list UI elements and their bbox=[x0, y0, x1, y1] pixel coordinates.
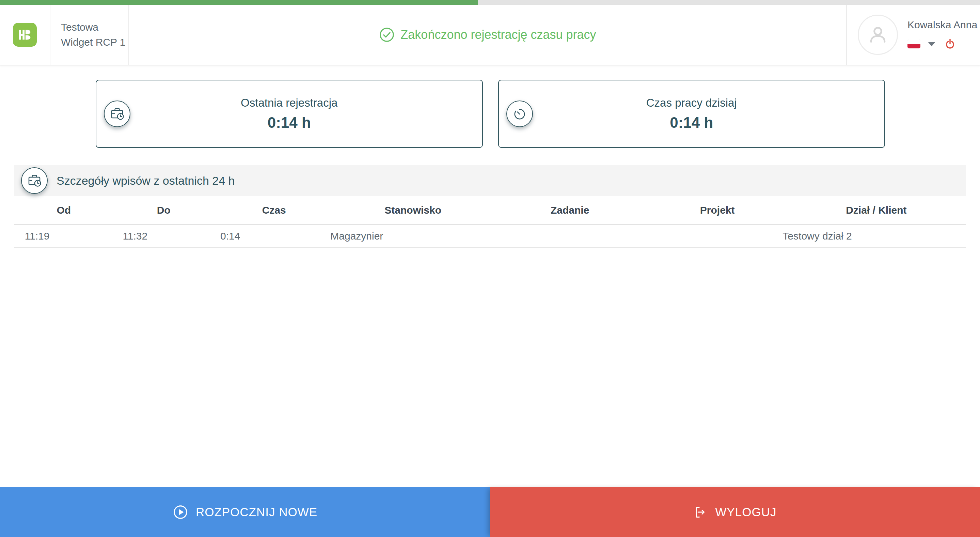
check-circle-icon bbox=[379, 27, 395, 43]
column-header-zadanie: Zadanie bbox=[492, 196, 648, 224]
start-new-button[interactable]: ROZPOCZNIJ NOWE bbox=[0, 487, 490, 537]
cell-projekt bbox=[560, 225, 727, 247]
device-name: Testowa Widget RCP 1 bbox=[50, 5, 129, 65]
action-bar: ROZPOCZNIJ NOWE WYLOGUJ bbox=[0, 487, 980, 537]
header: Testowa Widget RCP 1 Zakończono rejestra… bbox=[0, 5, 980, 65]
cell-spacer bbox=[908, 225, 966, 247]
status-message-text: Zakończono rejestrację czasu pracy bbox=[401, 28, 596, 42]
power-icon bbox=[943, 37, 956, 51]
hrappka-logo bbox=[13, 23, 37, 47]
start-new-label: ROZPOCZNIJ NOWE bbox=[196, 505, 317, 519]
entries-section-header: Szczegóły wpisów z ostatnich 24 h bbox=[14, 165, 966, 196]
cell-zadanie bbox=[463, 225, 560, 247]
user-actions bbox=[907, 37, 977, 51]
column-header-stanowisko: Stanowisko bbox=[334, 196, 492, 224]
progress-fill bbox=[0, 0, 478, 5]
hb-logo-icon bbox=[17, 27, 33, 43]
summary-cards: Ostatnia rejestracja 0:14 h Czas pracy d… bbox=[96, 80, 885, 148]
column-header-do: Do bbox=[113, 196, 214, 224]
session-progress-bar bbox=[0, 0, 980, 5]
entries-section-title: Szczegóły wpisów z ostatnich 24 h bbox=[57, 174, 235, 187]
card-title: Czas pracy dzisiaj bbox=[646, 96, 737, 109]
card-title: Ostatnia rejestracja bbox=[241, 96, 337, 109]
briefcase-clock-icon bbox=[104, 100, 130, 127]
language-selector[interactable] bbox=[907, 40, 935, 48]
cell-do: 11:32 bbox=[60, 225, 210, 247]
column-header-od: Od bbox=[14, 196, 113, 224]
table-row: 11:19 11:32 0:14 Magazynier Testowy dzia… bbox=[14, 225, 966, 248]
work-time-today-card: Czas pracy dzisiaj 0:14 h bbox=[498, 80, 885, 148]
cell-czas: 0:14 bbox=[210, 225, 250, 247]
device-name-line1: Testowa bbox=[61, 20, 128, 35]
avatar bbox=[858, 14, 898, 55]
logo-cell bbox=[0, 5, 50, 65]
card-value: 0:14 h bbox=[670, 114, 713, 131]
cell-stanowisko: Magazynier bbox=[250, 225, 463, 247]
person-icon bbox=[867, 24, 889, 46]
power-button[interactable] bbox=[943, 37, 956, 51]
device-name-line2: Widget RCP 1 bbox=[61, 35, 128, 50]
cell-dzial-klient: Testowy dział 2 bbox=[727, 225, 908, 247]
briefcase-clock-icon bbox=[21, 167, 48, 194]
last-registration-card: Ostatnia rejestracja 0:14 h bbox=[96, 80, 483, 148]
user-info: Kowalska Anna bbox=[907, 19, 977, 51]
entries-section: Szczegóły wpisów z ostatnich 24 h Od Do … bbox=[14, 165, 966, 248]
logout-button[interactable]: WYLOGUJ bbox=[490, 487, 980, 537]
column-header-projekt: Projekt bbox=[648, 196, 787, 224]
logout-label: WYLOGUJ bbox=[715, 505, 776, 519]
card-value: 0:14 h bbox=[268, 114, 311, 131]
column-header-dzial-klient: Dział / Klient bbox=[787, 196, 966, 224]
play-circle-icon bbox=[173, 504, 188, 520]
user-panel: Kowalska Anna bbox=[846, 5, 980, 65]
table-header-row: Od Do Czas Stanowisko Zadanie Projekt Dz… bbox=[14, 196, 966, 225]
timer-icon bbox=[506, 100, 533, 127]
user-name: Kowalska Anna bbox=[907, 19, 977, 31]
column-header-czas: Czas bbox=[214, 196, 334, 224]
chevron-down-icon bbox=[928, 42, 935, 46]
cell-od: 11:19 bbox=[14, 225, 60, 247]
polish-flag-icon bbox=[907, 40, 920, 48]
status-message: Zakończono rejestrację czasu pracy bbox=[129, 5, 846, 65]
rcp-widget-app: Testowa Widget RCP 1 Zakończono rejestra… bbox=[0, 0, 980, 537]
logout-icon bbox=[693, 505, 708, 519]
